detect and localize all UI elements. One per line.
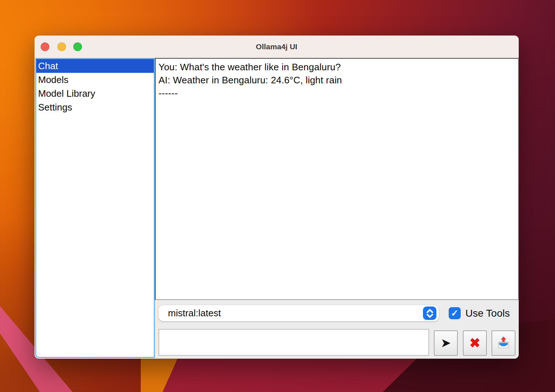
- sidebar-item[interactable]: Chat: [36, 59, 154, 73]
- chat-line: AI: Weather in Bengaluru: 24.6°C, light …: [159, 74, 515, 87]
- chevron-up-down-icon: [426, 309, 434, 318]
- clear-button[interactable]: ✖: [463, 330, 487, 356]
- use-tools-label: Use Tools: [465, 308, 510, 319]
- use-tools-checkbox[interactable]: ✓: [449, 307, 461, 319]
- sidebar-nav: Chat Models Model Library Settings: [35, 58, 155, 358]
- titlebar[interactable]: Ollama4j UI: [34, 36, 519, 58]
- send-arrow-icon: ➤: [441, 335, 451, 350]
- upload-button[interactable]: [492, 330, 515, 356]
- checkmark-icon: ✓: [451, 308, 459, 318]
- clear-x-icon: ✖: [469, 335, 480, 351]
- chat-transcript[interactable]: You: What's the weather like in Bengalur…: [155, 58, 519, 300]
- sidebar-item[interactable]: Model Library: [36, 87, 154, 100]
- message-input[interactable]: [159, 329, 429, 356]
- combobox-stepper-icon[interactable]: [423, 306, 436, 320]
- chat-line: ------: [159, 87, 515, 100]
- model-selector-combobox[interactable]: mistral:latest: [159, 305, 439, 321]
- screen: Ollama4j UI Chat Models Model Library Se…: [0, 0, 555, 392]
- send-button[interactable]: ➤: [434, 330, 458, 356]
- app-window: Ollama4j UI Chat Models Model Library Se…: [34, 36, 519, 359]
- composer-panel: mistral:latest ✓ Use Tools ➤ ✖: [155, 300, 519, 359]
- sidebar-item[interactable]: Models: [36, 73, 154, 87]
- model-selector-value: mistral:latest: [168, 305, 221, 321]
- outbox-tray-icon: [496, 335, 511, 351]
- sidebar-item[interactable]: Settings: [36, 100, 154, 114]
- window-title: Ollama4j UI: [34, 36, 519, 58]
- use-tools-toggle[interactable]: ✓ Use Tools: [449, 305, 510, 321]
- chat-line: You: What's the weather like in Bengalur…: [159, 61, 515, 74]
